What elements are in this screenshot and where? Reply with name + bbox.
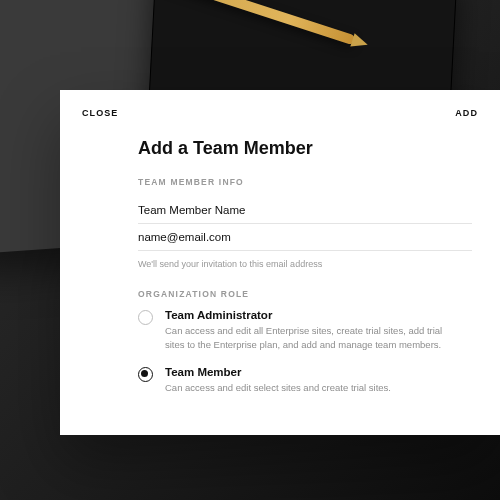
email-hint: We'll send your invitation to this email… [138,259,472,269]
section-label-role: ORGANIZATION ROLE [138,289,472,299]
stage: CLOSE ADD Add a Team Member TEAM MEMBER … [0,0,500,500]
radio-icon [138,367,153,382]
modal-content: Add a Team Member TEAM MEMBER INFO We'll… [60,126,500,394]
role-option-admin[interactable]: Team Administrator Can access and edit a… [138,309,472,352]
role-description: Can access and edit all Enterprise sites… [165,324,445,352]
role-title: Team Administrator [165,309,472,321]
modal-title: Add a Team Member [138,138,472,159]
team-member-name-input[interactable] [138,197,472,224]
close-button[interactable]: CLOSE [82,108,118,118]
add-team-member-modal: CLOSE ADD Add a Team Member TEAM MEMBER … [60,90,500,435]
team-member-email-input[interactable] [138,224,472,251]
role-title: Team Member [165,366,472,378]
radio-icon [138,310,153,325]
add-button[interactable]: ADD [455,108,478,118]
section-label-info: TEAM MEMBER INFO [138,177,472,187]
modal-header: CLOSE ADD [60,108,500,126]
role-option-member[interactable]: Team Member Can access and edit select s… [138,366,472,395]
role-description: Can access and edit select sites and cre… [165,381,445,395]
